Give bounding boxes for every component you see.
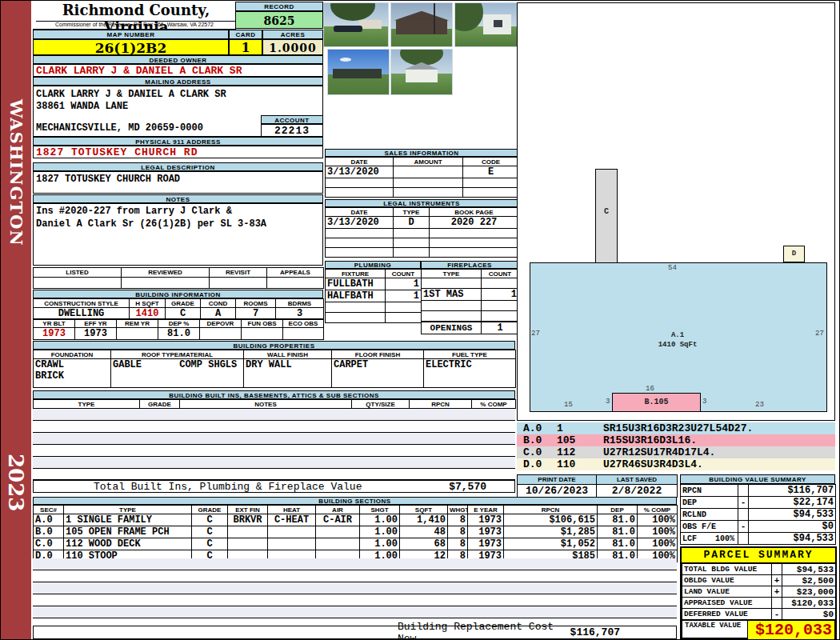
parcel-summary-table: TOTAL BLDG VALUE $94,533 OBLDG VALUE + $… <box>682 563 836 620</box>
sketch-shape-b-label: B.105 <box>612 398 701 406</box>
bi-qty-header: QTY/SIZE <box>352 400 410 409</box>
openings-label: OPENINGS <box>422 322 482 334</box>
sales-empty-row <box>326 178 519 188</box>
value-summary-label-text: LCF <box>682 534 697 543</box>
value-summary-row: RCLND $94,533 <box>681 509 836 521</box>
property-photo-3[interactable] <box>454 2 518 47</box>
foundation-header: FOUNDATION <box>34 350 111 359</box>
legal-description-value: 1827 TOTUSKEY CHURCH ROAD <box>33 171 323 194</box>
print-date-value: 10/26/2023 <box>518 485 597 498</box>
building-section-row: A.0 1 SINGLE FAMILY C BRKVR C-HEAT C-AIR… <box>34 514 678 526</box>
mailing-line-2: 38861 WANDA LANE <box>34 100 322 112</box>
bs-eyear-cell: 1973 <box>468 514 504 526</box>
bs-grade-header: GRADE <box>192 506 228 514</box>
deeded-owner-header: DEEDED OWNER <box>33 55 323 64</box>
bs-extfin-cell <box>228 526 268 538</box>
house-shape <box>396 20 447 35</box>
fixture-count: 1 <box>386 278 422 290</box>
sales-information-header: SALES INFORMATION <box>325 149 518 157</box>
parcel-row-op <box>772 598 782 609</box>
fireplace-count-value: 1 <box>482 289 519 301</box>
map-number-header: MAP NUMBER <box>33 30 229 39</box>
bs-rpcn-cell: $1,052 <box>504 538 598 550</box>
replacement-cost-value: $116,707 <box>570 626 620 638</box>
fireplaces-header: FIREPLACES <box>421 261 518 269</box>
roof-value: GABLE COMP SHGLS <box>111 359 244 388</box>
remyr-header: REM YR <box>117 319 158 328</box>
ecoobs-value <box>283 328 324 340</box>
building-sections-empty-rows <box>33 558 677 630</box>
empty-row <box>33 433 515 445</box>
last-saved-value: 2/8/2022 <box>597 485 678 498</box>
bs-sec-cell: A.0 <box>34 514 64 526</box>
plumbing-table: FIXTURE COUNT FULLBATH 1 HALFBATH 1 <box>325 269 422 323</box>
sales-table: DATE AMOUNT CODE 3/13/2020 E <box>325 157 519 198</box>
bs-air-cell <box>316 526 360 538</box>
appeals-header: APPEALS <box>267 268 324 278</box>
bs-sqft-cell: 68 <box>400 538 448 550</box>
listed-header: LISTED <box>34 268 122 278</box>
bs-type-header: TYPE <box>64 506 192 514</box>
sketch-code-num: 1 <box>557 422 603 434</box>
sketch-code-trace: SR15U3R16D3R23U27L54D27. <box>603 422 753 434</box>
parcel-summary-row: LAND VALUE + $23,000 <box>682 586 836 598</box>
property-photo-2[interactable] <box>390 2 453 47</box>
empty-row <box>33 570 677 582</box>
bi-type-header: TYPE <box>34 400 140 409</box>
built-ins-total-label: Total Built Ins, Plumbing & Fireplace Va… <box>94 481 362 493</box>
sketch-dim-b3l: 3 <box>606 398 610 406</box>
physical-address-value: 1827 TOTUSKEY CHURCH RD <box>33 146 323 158</box>
utility-pole-shape <box>434 3 435 34</box>
bs-grade-cell: C <box>192 526 228 538</box>
reviewed-header: REVIEWED <box>122 268 210 278</box>
mailing-line-1: CLARK LARRY J & DANIEL A CLARK SR <box>34 86 322 100</box>
mailing-address-header: MAILING ADDRESS <box>33 77 323 86</box>
property-photo-4[interactable] <box>327 49 390 95</box>
value-summary-label: OBS F/E <box>681 521 738 533</box>
bs-heat-cell: C-HEAT <box>268 514 316 526</box>
funobs-header: FUN OBS <box>242 319 283 328</box>
instrument-bookpage-value: 2020 227 <box>430 217 519 229</box>
parcel-row-label: APPRAISED VALUE <box>682 598 772 609</box>
instrument-date-value: 3/13/2020 <box>326 217 394 229</box>
county-title: Richmond County, Virginia <box>36 2 236 22</box>
fuel-type-value: ELECTRIC <box>424 359 516 388</box>
acres-value: 1.0000 <box>262 39 323 55</box>
sketch-dim-b15: 15 <box>564 401 573 409</box>
sketch-dim-b16: 16 <box>646 385 654 393</box>
bs-sqft-cell: 48 <box>400 526 448 538</box>
sketch-code-num: 112 <box>557 446 603 458</box>
value-summary-value: $22,174 <box>749 497 836 509</box>
bs-comp-cell: 100% <box>638 526 678 538</box>
bi-notes-header: NOTES <box>180 400 352 409</box>
record-value: 8625 <box>235 11 323 29</box>
card-header: CARD <box>229 30 262 39</box>
bs-air-cell: C-AIR <box>316 514 360 526</box>
empty-row <box>33 594 677 606</box>
window-shape <box>494 20 502 28</box>
fireplace-type-value: 1ST MAS <box>422 289 482 301</box>
value-summary-label: DEP <box>681 497 738 509</box>
parcel-row-op: + <box>772 575 782 586</box>
bs-grade-cell: C <box>192 538 228 550</box>
sketch-code-row: D.0 110 U27R46SU3R4D3L4. <box>517 458 835 470</box>
plumb-count-header: COUNT <box>386 270 422 278</box>
value-summary-row: RPCN $116,707 <box>681 485 836 497</box>
taxable-label: TAXABLE VALUE <box>682 620 748 640</box>
property-photo-1[interactable] <box>323 2 389 47</box>
parcel-summary: PARCEL SUMMARY TOTAL BLDG VALUE $94,533 … <box>680 546 837 639</box>
bs-type-cell: 105 OPEN FRAME PCH <box>64 526 192 538</box>
depovr-value <box>200 328 242 340</box>
parcel-row-value: $23,000 <box>782 586 836 598</box>
last-saved-header: LAST SAVED <box>597 475 678 485</box>
value-summary-row: LCF 100% $94,533 <box>681 533 836 545</box>
funobs-value <box>242 328 283 340</box>
bs-whgt-cell: 8 <box>448 538 468 550</box>
building-properties-header: BUILDING PROPERTIES <box>33 341 515 350</box>
property-photo-5[interactable] <box>390 49 453 95</box>
sales-code-header: CODE <box>463 158 519 166</box>
foundation-value: CRAWL BRICK <box>34 359 111 388</box>
value-summary-op <box>738 485 749 497</box>
parcel-row-label: OBLDG VALUE <box>682 575 772 586</box>
instrument-empty-row <box>326 248 519 258</box>
